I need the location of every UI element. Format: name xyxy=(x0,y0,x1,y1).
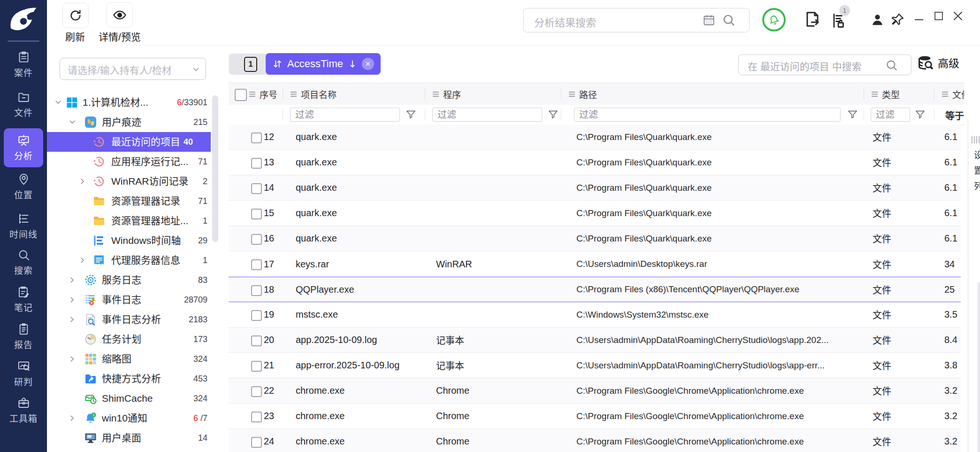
tree-node-win10通知[interactable]: 1win10通知6 /7 xyxy=(47,408,225,428)
table-row-22[interactable]: 22 chrome.exe Chrome C:\Program Files\Go… xyxy=(229,378,961,404)
filter-input-path[interactable] xyxy=(574,108,841,122)
tree-node-事件日志[interactable]: 事件日志28709 xyxy=(47,290,225,310)
tree-node-事件日志分析[interactable]: 事件日志分析2183 xyxy=(47,310,225,329)
column-divider[interactable] xyxy=(425,88,425,100)
chevron-right-icon[interactable] xyxy=(69,316,76,323)
table-row-24[interactable]: 24 chrome.exe Chrome C:\Program Files\Go… xyxy=(229,429,961,452)
tree-node-WinRAR访问记录[interactable]: WinRAR访问记录2 xyxy=(47,171,225,191)
search-icon[interactable] xyxy=(885,59,898,71)
filter-input-program[interactable] xyxy=(432,108,542,122)
column-header-序号[interactable]: 序号 xyxy=(249,83,277,105)
table-row-23[interactable]: 23 chrome.exe Chrome C:\Program Files\Go… xyxy=(229,404,961,429)
tree-node-Windows时间轴[interactable]: Windows时间轴29 xyxy=(47,231,225,250)
owner-filter-select[interactable]: 请选择/输入持有人/检材 xyxy=(60,58,206,80)
sidebar-item-案件[interactable]: 案件 xyxy=(0,51,47,78)
row-checkbox[interactable] xyxy=(251,412,262,422)
column-divider[interactable] xyxy=(864,88,864,100)
column-divider[interactable] xyxy=(934,88,934,100)
search-icon[interactable] xyxy=(722,13,735,27)
filter-input-type[interactable] xyxy=(871,108,910,122)
table-search-box[interactable]: 在 最近访问的项目 中搜索 xyxy=(738,55,911,75)
chevron-right-icon[interactable] xyxy=(69,414,76,422)
row-checkbox[interactable] xyxy=(251,183,262,194)
row-checkbox[interactable] xyxy=(251,335,262,346)
column-header-路径[interactable]: 路径 xyxy=(568,83,597,105)
remove-sort-icon[interactable]: ✕ xyxy=(362,58,374,70)
chevron-right-icon[interactable] xyxy=(79,178,86,185)
sidebar-item-研判[interactable]: 研判 xyxy=(0,360,47,388)
analysis-search-box[interactable]: 分析结果搜索 xyxy=(523,8,750,32)
chevron-right-icon[interactable] xyxy=(69,276,76,284)
table-row-13[interactable]: 13 quark.exe C:\Program Files\Quark\quar… xyxy=(229,150,961,175)
table-row-20[interactable]: 20 app.2025-10-09.log 记事本 C:\Users\admin… xyxy=(229,327,961,353)
column-menu-icon[interactable] xyxy=(290,91,297,97)
row-checkbox[interactable] xyxy=(251,209,262,219)
column-menu-icon[interactable] xyxy=(942,91,949,97)
minimize-icon[interactable] xyxy=(913,14,925,25)
row-checkbox[interactable] xyxy=(251,132,262,143)
row-checkbox[interactable] xyxy=(251,158,262,169)
drag-grip-icon[interactable] xyxy=(972,136,980,143)
sidebar-item-笔记[interactable]: 笔记 xyxy=(0,286,47,313)
tree-node-快捷方式分析[interactable]: 快捷方式分析453 xyxy=(47,369,225,389)
row-checkbox[interactable] xyxy=(251,386,262,397)
preview-button[interactable] xyxy=(107,2,133,28)
row-checkbox[interactable] xyxy=(251,234,262,245)
tree-node-ShimCache[interactable]: ShimCache324 xyxy=(47,389,225,408)
tree-node-缩略图[interactable]: 缩略图324 xyxy=(47,349,225,369)
sidebar-item-分析[interactable]: 分析 xyxy=(4,128,43,167)
table-row-21[interactable]: 21 app-error.2025-10-09.log 记事本 C:\Users… xyxy=(229,353,961,378)
export-result-icon[interactable] xyxy=(804,10,821,28)
size-filter-operator[interactable]: 等于 xyxy=(945,109,964,122)
tree-node-资源管理器地址...[interactable]: 资源管理器地址...1 xyxy=(47,211,225,231)
table-row-15[interactable]: 15 quark.exe C:\Program Files\Quark\quar… xyxy=(229,201,961,226)
column-header-程序[interactable]: 程序 xyxy=(432,83,461,105)
chevron-down-icon[interactable] xyxy=(69,118,76,126)
sidebar-item-位置[interactable]: 位置 xyxy=(0,173,47,201)
tree-node-用户桌面[interactable]: 用户桌面14 xyxy=(47,428,225,448)
funnel-filter-icon-path[interactable] xyxy=(847,109,858,120)
chevron-right-icon[interactable] xyxy=(79,257,86,264)
sidebar-item-工具箱[interactable]: 工具箱 xyxy=(0,397,47,424)
sidebar-item-时间线[interactable]: 时间线 xyxy=(0,212,47,240)
sidebar-item-文件[interactable]: 文件 xyxy=(0,91,47,118)
column-header-文件大小[interactable]: 文件大小 xyxy=(942,83,965,105)
column-header-项目名称[interactable]: 项目名称 xyxy=(290,83,337,105)
select-all-checkbox[interactable] xyxy=(235,89,247,101)
funnel-filter-icon-name[interactable] xyxy=(406,109,416,120)
funnel-filter-icon-program[interactable] xyxy=(548,109,559,120)
chevron-right-icon[interactable] xyxy=(69,296,76,304)
notification-bell-button[interactable] xyxy=(762,8,786,31)
tree-node-1.计算机检材...[interactable]: 1.计算机检材...6/33901 xyxy=(47,93,225,112)
advanced-search-button[interactable]: 高级 xyxy=(917,54,959,71)
column-divider[interactable] xyxy=(561,88,561,100)
sort-tag-accesstime[interactable]: AccessTime ✕ xyxy=(266,53,381,75)
row-checkbox[interactable] xyxy=(251,259,262,270)
sidebar-item-报告[interactable]: 报告 xyxy=(0,323,47,351)
funnel-filter-icon-type[interactable] xyxy=(915,109,926,120)
pin-icon[interactable] xyxy=(890,12,905,27)
tree-node-代理服务器信息[interactable]: 代理服务器信息1 xyxy=(47,250,225,270)
table-row-14[interactable]: 14 quark.exe C:\Program Files\Quark\quar… xyxy=(229,175,961,201)
row-checkbox[interactable] xyxy=(251,361,262,372)
column-settings-label[interactable]: 设置列 xyxy=(971,150,980,197)
column-header-类型[interactable]: 类型 xyxy=(871,83,900,105)
table-scrollbar[interactable] xyxy=(978,282,980,452)
tree-node-资源管理器记录[interactable]: 资源管理器记录71 xyxy=(47,191,225,211)
column-menu-icon[interactable] xyxy=(432,91,439,97)
table-row-17[interactable]: 17 keys.rar WinRAR C:\Users\admin\Deskto… xyxy=(229,251,961,277)
table-row-19[interactable]: 19 mstsc.exe C:\Windows\System32\mstsc.e… xyxy=(229,302,961,327)
chevron-down-icon[interactable] xyxy=(54,99,62,106)
chevron-right-icon[interactable] xyxy=(69,355,76,363)
table-row-16[interactable]: 16 quark.exe C:\Program Files\Quark\quar… xyxy=(229,226,961,251)
close-icon[interactable] xyxy=(952,10,964,22)
column-menu-icon[interactable] xyxy=(568,91,575,97)
tree-node-用户痕迹[interactable]: 用户痕迹215 xyxy=(47,112,225,132)
row-checkbox[interactable] xyxy=(251,437,262,448)
tree-node-最近访问的项目[interactable]: 最近访问的项目40 xyxy=(47,132,211,152)
column-menu-icon[interactable] xyxy=(249,91,256,97)
sidebar-item-搜索[interactable]: 搜索 xyxy=(0,249,47,276)
filter-input-name[interactable] xyxy=(290,108,400,122)
table-row-18[interactable]: 18 QQPlayer.exe C:\Program Files (x86)\T… xyxy=(229,277,961,302)
refresh-button[interactable] xyxy=(62,3,89,28)
